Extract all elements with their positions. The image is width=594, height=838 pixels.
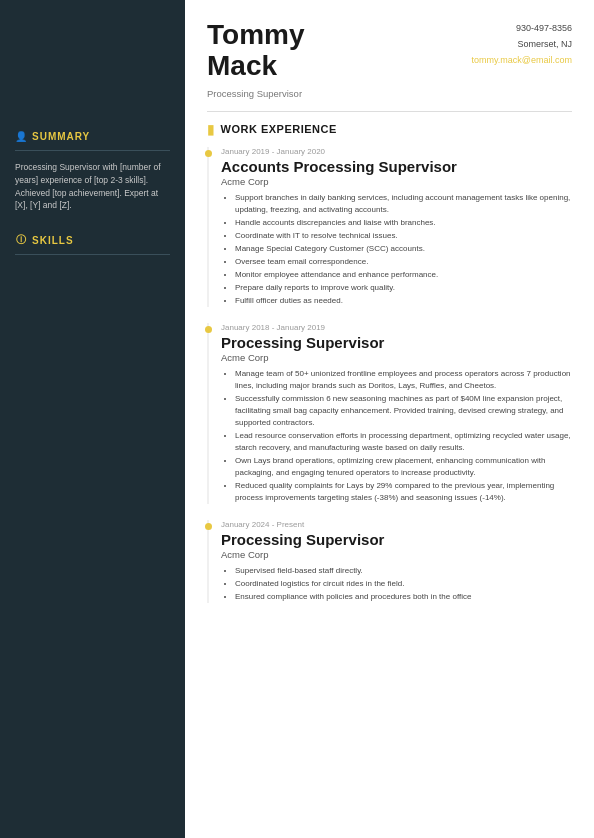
candidate-name: Tommy Mack — [207, 20, 305, 82]
bullet: Reduced quality complaints for Lays by 2… — [235, 480, 572, 504]
bullet: Ensured compliance with policies and pro… — [235, 591, 572, 603]
job-3-dates: January 2024 - Present — [221, 520, 572, 529]
job-1-company: Acme Corp — [221, 176, 572, 187]
bullet: Support branches in daily banking servic… — [235, 192, 572, 216]
bullet: Own Lays brand operations, optimizing cr… — [235, 455, 572, 479]
skills-icon: ⓘ — [15, 234, 27, 246]
job-2-company: Acme Corp — [221, 352, 572, 363]
bullet: Supervised field-based staff directly. — [235, 565, 572, 577]
candidate-title: Processing Supervisor — [207, 88, 572, 99]
work-experience-heading: ▮ WORK EXPERIENCE — [207, 122, 572, 137]
main-content: Tommy Mack 930-497-8356 Somerset, NJ tom… — [185, 0, 594, 838]
sidebar-divider-skills — [15, 254, 170, 255]
contact-block: 930-497-8356 Somerset, NJ tommy.mack@ema… — [472, 20, 572, 69]
bullet: Handle accounts discrepancies and liaise… — [235, 217, 572, 229]
job-3-company: Acme Corp — [221, 549, 572, 560]
job-2-title: Processing Supervisor — [221, 334, 572, 351]
bullet: Coordinated logistics for circuit rides … — [235, 578, 572, 590]
job-2-bullets: Manage team of 50+ unionized frontline e… — [221, 368, 572, 504]
bullet: Successfully commission 6 new seasoning … — [235, 393, 572, 429]
location: Somerset, NJ — [472, 36, 572, 52]
briefcase-icon: ▮ — [207, 122, 215, 137]
job-3-bullets: Supervised field-based staff directly. C… — [221, 565, 572, 603]
bullet: Prepare daily reports to improve work qu… — [235, 282, 572, 294]
bullet: Lead resource conservation efforts in pr… — [235, 430, 572, 454]
header-divider — [207, 111, 572, 112]
job-1: January 2019 - January 2020 Accounts Pro… — [207, 147, 572, 307]
job-1-bullets: Support branches in daily banking servic… — [221, 192, 572, 307]
sidebar-divider-summary — [15, 150, 170, 151]
sidebar: 👤 SUMMARY Processing Supervisor with [nu… — [0, 0, 185, 838]
job-2: January 2018 - January 2019 Processing S… — [207, 323, 572, 504]
bullet: Monitor employee attendance and enhance … — [235, 269, 572, 281]
bullet: Coordinate with IT to resolve technical … — [235, 230, 572, 242]
skills-section-heading: ⓘ SKILLS — [15, 234, 170, 246]
job-1-title: Accounts Processing Supervisor — [221, 158, 572, 175]
phone: 930-497-8356 — [472, 20, 572, 36]
bullet: Oversee team email correspondence. — [235, 256, 572, 268]
work-experience-section: ▮ WORK EXPERIENCE January 2019 - January… — [207, 122, 572, 603]
job-1-dates: January 2019 - January 2020 — [221, 147, 572, 156]
summary-section-heading: 👤 SUMMARY — [15, 130, 170, 142]
job-3: January 2024 - Present Processing Superv… — [207, 520, 572, 603]
summary-icon: 👤 — [15, 130, 27, 142]
bullet: Manage team of 50+ unionized frontline e… — [235, 368, 572, 392]
summary-text: Processing Supervisor with [number of ye… — [15, 161, 170, 212]
resume-container: 👤 SUMMARY Processing Supervisor with [nu… — [0, 0, 594, 838]
bullet: Fulfill officer duties as needed. — [235, 295, 572, 307]
bullet: Manage Special Category Customer (SCC) a… — [235, 243, 572, 255]
name-block: Tommy Mack — [207, 20, 305, 82]
resume-header: Tommy Mack 930-497-8356 Somerset, NJ tom… — [207, 20, 572, 82]
job-2-dates: January 2018 - January 2019 — [221, 323, 572, 332]
job-3-title: Processing Supervisor — [221, 531, 572, 548]
email[interactable]: tommy.mack@email.com — [472, 55, 572, 65]
